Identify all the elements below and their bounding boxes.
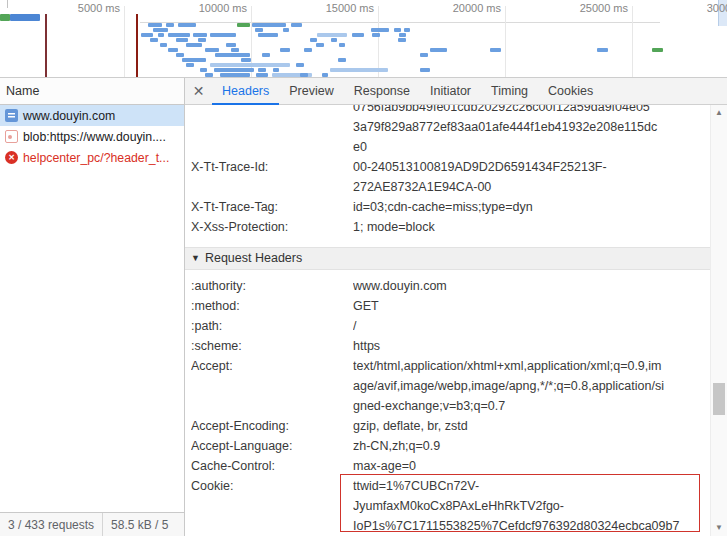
waterfall-bar — [262, 53, 270, 57]
waterfall-bar — [273, 68, 279, 72]
header-value: id=03;cdn-cache=miss;type=dyn — [353, 197, 709, 217]
waterfall-bar — [316, 43, 324, 47]
waterfall-bar — [430, 48, 447, 52]
header-value: https — [353, 336, 709, 356]
waterfall-bar — [399, 33, 406, 37]
header-value-line: id=03;cdn-cache=miss;type=dyn — [353, 197, 709, 217]
waterfall-bar — [322, 73, 328, 77]
waterfall-bar — [193, 33, 207, 37]
header-row: :scheme:https — [191, 336, 709, 356]
header-value-line: text/html,application/xhtml+xml,applicat… — [353, 356, 709, 376]
header-key: Accept: — [191, 356, 353, 416]
details-tabbar: ✕ HeadersPreviewResponseInitiatorTimingC… — [185, 78, 727, 105]
waterfall-bar — [339, 43, 345, 47]
timeline-tick-label: 10000 ms — [199, 2, 247, 14]
waterfall-bar — [255, 28, 263, 32]
waterfall-bar — [210, 63, 290, 67]
waterfall-bar — [283, 28, 289, 32]
waterfall-bar — [310, 38, 317, 42]
header-value-line: www.douyin.com — [353, 276, 709, 296]
header-row: X-Tt-Trace-Tag:id=03;cdn-cache=miss;type… — [191, 197, 709, 217]
waterfall-bar — [371, 28, 389, 32]
tab-initiator[interactable]: Initiator — [420, 78, 481, 105]
tab-headers[interactable]: Headers — [212, 78, 279, 105]
header-key: :method: — [191, 296, 353, 316]
name-column-header[interactable]: Name — [0, 78, 184, 105]
header-value-line: JyumfaxM0koCx8PAxLeHhRkTV2fgo- — [353, 496, 709, 516]
tab-timing[interactable]: Timing — [481, 78, 538, 105]
tab-response[interactable]: Response — [344, 78, 420, 105]
document-icon — [5, 109, 18, 122]
waterfall-bar — [150, 38, 158, 42]
close-icon[interactable]: ✕ — [185, 78, 212, 104]
tab-cookies[interactable]: Cookies — [538, 78, 603, 105]
header-row: Cookie:ttwid=1%7CUBCn72V-JyumfaxM0koCx8P… — [191, 476, 709, 536]
header-key: X-Tt-Trace-Tag: — [191, 197, 353, 217]
header-key: Cache-Control: — [191, 456, 353, 476]
header-value-line: / — [353, 316, 709, 336]
waterfall-bar — [226, 43, 236, 47]
waterfall-bar — [186, 43, 202, 47]
header-value-line: max-age=0 — [353, 456, 709, 476]
header-value: ttwid=1%7CUBCn72V-JyumfaxM0koCx8PAxLeHhR… — [353, 476, 709, 536]
waterfall-bar — [153, 28, 168, 32]
error-icon — [5, 151, 18, 164]
waterfall-bar — [205, 73, 213, 77]
waterfall-bar — [214, 68, 254, 72]
waterfall-bar — [210, 33, 236, 37]
waterfall-bar — [186, 63, 194, 67]
request-name-label: blob:https://www.douyin.... — [23, 130, 166, 144]
header-value: zh-CN,zh;q=0.9 — [353, 436, 709, 456]
header-value: www.douyin.com — [353, 276, 709, 296]
header-key: :authority: — [191, 276, 353, 296]
waterfall-bar — [330, 68, 388, 72]
overview-baseline — [140, 22, 660, 23]
header-row: :method:GET — [191, 296, 709, 316]
request-row[interactable]: www.douyin.com — [0, 105, 184, 126]
header-key: Cookie: — [191, 476, 353, 536]
ruler-tick — [7, 0, 8, 8]
waterfall-bar — [404, 28, 410, 32]
waterfall-bar — [258, 68, 266, 72]
header-value-line: gzip, deflate, br, zstd — [353, 416, 709, 436]
request-row[interactable]: helpcenter_pc/?header_t... — [0, 147, 184, 168]
waterfall-bar — [597, 48, 608, 52]
scroll-up-icon[interactable]: ▲ — [711, 105, 727, 121]
scrollbar-thumb[interactable] — [713, 383, 725, 415]
header-value-line: ttwid=1%7CUBCn72V- — [353, 476, 709, 496]
header-value-line: 00-240513100819AD9D2D6591434F25213F- — [353, 157, 709, 177]
header-value: 0756fab9bb49fe01cdb20292c26c00f12a59da9f… — [353, 105, 709, 157]
waterfall-bar — [220, 73, 250, 77]
header-value-line: IoP1s%7C1711553825%7Cefdcf976392d80324ec… — [353, 516, 709, 536]
timeline-gridline — [124, 6, 125, 77]
header-key: X-Xss-Protection: — [191, 217, 353, 237]
network-panel: Name www.douyin.comblob:https://www.douy… — [0, 78, 727, 536]
header-key — [191, 105, 353, 157]
request-row[interactable]: blob:https://www.douyin.... — [0, 126, 184, 147]
waterfall-bar — [256, 73, 268, 77]
timeline-gridline — [505, 6, 506, 77]
scroll-down-icon[interactable]: ▼ — [711, 520, 727, 536]
header-row: Accept-Language:zh-CN,zh;q=0.9 — [191, 436, 709, 456]
waterfall-bar — [372, 33, 380, 37]
waterfall-bar — [291, 23, 302, 27]
request-headers-section[interactable]: ▼ Request Headers — [185, 247, 727, 270]
tab-preview[interactable]: Preview — [279, 78, 343, 105]
header-value-line: 3a79f829a8772ef83aa01afe444f1eb41932e208… — [353, 117, 709, 137]
timeline-tick-label: 5000 ms — [78, 2, 120, 14]
media-icon — [5, 130, 18, 143]
waterfall-bar — [148, 23, 162, 27]
waterfall-bar — [420, 53, 428, 57]
waterfall-bar — [241, 58, 251, 62]
waterfall-bar — [280, 48, 290, 52]
header-value: GET — [353, 296, 709, 316]
transferred-size: 58.5 kB / 5 — [103, 513, 176, 536]
load-event-marker — [45, 14, 47, 77]
header-value-line: GET — [353, 296, 709, 316]
waterfall-bar — [160, 43, 167, 47]
header-value: 00-240513100819AD9D2D6591434F25213F-272A… — [353, 157, 709, 197]
vertical-scrollbar[interactable]: ▲ ▼ — [710, 105, 727, 536]
waterfall-bar — [176, 53, 184, 57]
network-overview[interactable]: 5000 ms10000 ms15000 ms20000 ms25000 ms3… — [0, 0, 727, 78]
header-row: Accept:text/html,application/xhtml+xml,a… — [191, 356, 709, 416]
